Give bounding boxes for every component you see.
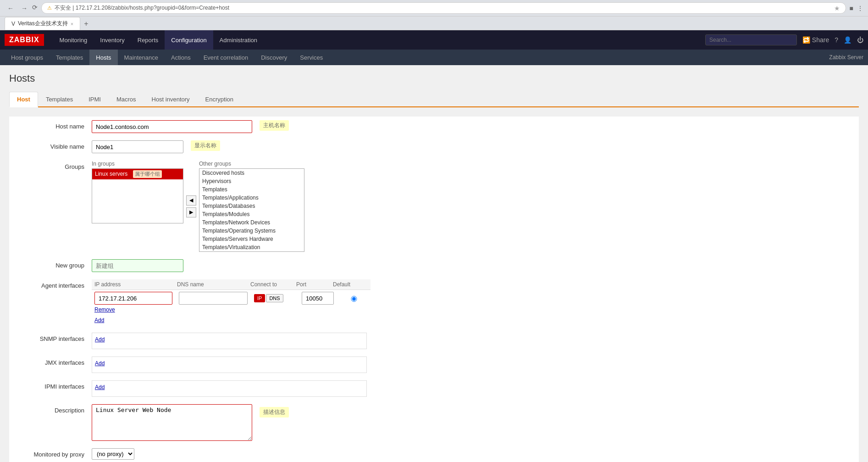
share-icon[interactable]: 🔁 Share: [802, 36, 829, 44]
top-nav: ZABBIX Monitoring Inventory Reports Conf…: [0, 30, 868, 50]
subnav-templates[interactable]: Templates: [50, 50, 89, 65]
move-left-button[interactable]: ◀: [186, 195, 196, 206]
nav-reports[interactable]: Reports: [131, 30, 165, 50]
other-group-templates-servers[interactable]: Templates/Servers Hardware: [199, 235, 304, 243]
new-tab-button[interactable]: +: [80, 18, 92, 30]
connect-ip-button[interactable]: IP: [254, 294, 265, 302]
host-name-input[interactable]: [92, 120, 252, 133]
page-content: Hosts Host Templates IPMI Macros Host in…: [0, 65, 868, 462]
snmp-interfaces-label: SNMP interfaces: [9, 333, 92, 342]
ipmi-add-link[interactable]: Add: [95, 384, 105, 390]
bookmark-icon[interactable]: ★: [834, 5, 840, 12]
url-text: 不安全 | 172.17.21.208/zabbix/hosts.php?gro…: [55, 4, 831, 12]
proxy-select[interactable]: (no proxy): [92, 448, 134, 460]
help-icon[interactable]: ?: [835, 36, 838, 44]
tab-ipmi[interactable]: IPMI: [81, 92, 109, 106]
user-icon[interactable]: 👤: [844, 36, 851, 44]
extensions-icon[interactable]: ■: [850, 5, 853, 12]
move-right-button[interactable]: ▶: [186, 207, 196, 217]
other-groups-label: Other groups: [199, 161, 304, 168]
agent-interfaces-row: Agent interfaces IP address DNS name Con…: [9, 276, 859, 329]
subnav-actions[interactable]: Actions: [165, 50, 197, 65]
tab-host[interactable]: Host: [9, 92, 38, 107]
new-group-input[interactable]: [92, 259, 183, 272]
reload-button[interactable]: ⟳: [32, 4, 38, 13]
agent-add-link[interactable]: Add: [94, 317, 104, 323]
browser-tab[interactable]: V Veritas企业技术支持 ×: [5, 17, 80, 30]
other-group-templates-os[interactable]: Templates/Operating Systems: [199, 227, 304, 235]
other-group-discovered-hosts[interactable]: Discovered hosts: [199, 169, 304, 177]
nav-monitoring[interactable]: Monitoring: [53, 30, 94, 50]
port-header: Port: [296, 281, 333, 288]
sub-nav: Host groups Templates Hosts Maintenance …: [0, 50, 868, 65]
subnav-hosts[interactable]: Hosts: [89, 50, 117, 65]
nav-configuration[interactable]: Configuration: [165, 30, 213, 50]
search-input[interactable]: [705, 34, 797, 45]
host-name-field: 主机名称: [92, 120, 859, 133]
snmp-add-link[interactable]: Add: [95, 336, 105, 343]
in-group-item-linux-servers[interactable]: Linux servers 属于哪个组: [92, 169, 183, 179]
groups-arrows: ◀ ▶: [186, 195, 196, 217]
port-input[interactable]: [302, 292, 334, 305]
description-label: Description: [9, 404, 92, 414]
subnav-maintenance[interactable]: Maintenance: [118, 50, 165, 65]
other-group-templates-db[interactable]: Templates/Databases: [199, 202, 304, 210]
nav-administration[interactable]: Administration: [213, 30, 264, 50]
in-groups-section: In groups Linux servers 属于哪个组: [92, 161, 183, 223]
groups-label: Groups: [9, 161, 92, 170]
agent-interface-row: IP DNS Remove: [92, 290, 370, 315]
forward-button[interactable]: →: [18, 4, 30, 13]
connect-buttons: IP DNS: [254, 294, 300, 302]
security-icon: ⚠: [47, 5, 52, 11]
default-header: Default: [333, 281, 360, 288]
other-group-templates-virt[interactable]: Templates/Virtualization: [199, 243, 304, 251]
ipmi-interfaces-label: IPMI interfaces: [9, 380, 92, 390]
other-group-templates-network[interactable]: Templates/Network Devices: [199, 218, 304, 227]
subnav-discovery[interactable]: Discovery: [254, 50, 293, 65]
default-radio[interactable]: [340, 296, 368, 302]
other-group-hypervisors[interactable]: Hypervisors: [199, 177, 304, 185]
snmp-interfaces-box: Add: [92, 333, 367, 349]
tab-macros[interactable]: Macros: [109, 92, 144, 106]
agent-interfaces-field: IP address DNS name Connect to Port Defa…: [92, 279, 859, 325]
ip-address-input[interactable]: [94, 292, 172, 305]
browser-nav[interactable]: ← → ⟳: [5, 4, 38, 13]
new-group-field: [92, 259, 859, 272]
jmx-interfaces-label: JMX interfaces: [9, 356, 92, 366]
visible-name-input[interactable]: [92, 140, 183, 153]
description-field: Linux Server Web Node 描述信息: [92, 404, 859, 441]
snmp-interfaces-field: Add: [92, 333, 859, 349]
form-container: Host name 主机名称 Visible name 显示名称 Groups: [9, 117, 859, 462]
jmx-add-link[interactable]: Add: [95, 360, 105, 367]
description-annotation: 描述信息: [260, 407, 289, 417]
browser-actions[interactable]: ■ ⋮: [850, 5, 863, 12]
dns-name-input[interactable]: [179, 292, 248, 305]
subnav-services[interactable]: Services: [293, 50, 329, 65]
back-button[interactable]: ←: [5, 4, 17, 13]
tab-templates[interactable]: Templates: [38, 92, 81, 106]
settings-icon[interactable]: ⋮: [857, 5, 863, 12]
connect-dns-button[interactable]: DNS: [266, 294, 283, 302]
subnav-event-correlation[interactable]: Event correlation: [197, 50, 255, 65]
other-group-templates-modules[interactable]: Templates/Modules: [199, 210, 304, 218]
remove-link[interactable]: Remove: [94, 306, 177, 313]
ipmi-interfaces-box: Add: [92, 380, 367, 397]
tab-favicon: V: [11, 21, 15, 27]
jmx-interfaces-row: JMX interfaces Add: [9, 353, 859, 377]
visible-name-row: Visible name 显示名称: [9, 137, 859, 157]
tab-host-inventory[interactable]: Host inventory: [144, 92, 198, 106]
description-textarea[interactable]: Linux Server Web Node: [92, 404, 252, 441]
tab-title: Veritas企业技术支持: [18, 20, 68, 28]
other-group-templates[interactable]: Templates: [199, 185, 304, 194]
logout-icon[interactable]: ⏻: [857, 36, 863, 44]
host-name-annotation: 主机名称: [260, 120, 289, 131]
visible-name-field: 显示名称: [92, 140, 859, 153]
nav-inventory[interactable]: Inventory: [94, 30, 131, 50]
other-group-templates-apps[interactable]: Templates/Applications: [199, 194, 304, 202]
subnav-host-groups[interactable]: Host groups: [5, 50, 50, 65]
url-bar[interactable]: ⚠ 不安全 | 172.17.21.208/zabbix/hosts.php?g…: [41, 2, 846, 14]
agent-add-row: Add: [92, 315, 370, 325]
in-groups-annotation: 属于哪个组: [133, 170, 162, 178]
tab-encryption[interactable]: Encryption: [198, 92, 241, 106]
tab-close-button[interactable]: ×: [71, 21, 73, 27]
